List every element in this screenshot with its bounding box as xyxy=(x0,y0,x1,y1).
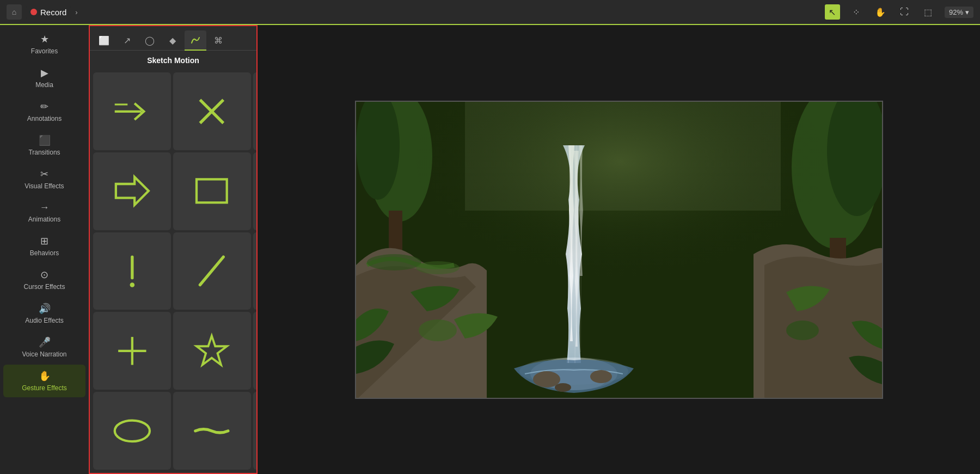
sidebar-label-media: Media xyxy=(35,81,53,89)
grid-item-arrow-curve[interactable] xyxy=(253,232,256,310)
home-button[interactable]: ⌂ xyxy=(7,4,22,20)
grid-item-plus[interactable] xyxy=(93,312,171,390)
grid-item-x-cross[interactable] xyxy=(173,72,251,150)
grid-item-checkmark[interactable] xyxy=(253,392,256,470)
sidebar-item-transitions[interactable]: ⬛ Transitions xyxy=(3,129,85,162)
sidebar-label-gesture-effects: Gesture Effects xyxy=(22,384,66,392)
zoom-chevron-icon: ▾ xyxy=(965,8,969,16)
grid-item-slash[interactable] xyxy=(173,232,251,310)
hand-tool-icon[interactable]: ✋ xyxy=(873,4,888,20)
tab-drop[interactable]: ◆ xyxy=(162,30,183,50)
frame-tool-icon[interactable]: ⬚ xyxy=(921,4,936,20)
record-label: Record xyxy=(40,8,66,17)
grid-item-arrow-bold[interactable] xyxy=(93,152,171,230)
crop-tool-icon[interactable]: ⛶ xyxy=(897,4,912,20)
sidebar-label-transitions: Transitions xyxy=(28,149,60,156)
sidebar-item-annotations[interactable]: ✏ Annotations xyxy=(3,95,85,128)
tab-circle[interactable]: ◯ xyxy=(139,30,161,50)
grid-item-triangle[interactable] xyxy=(253,72,256,150)
media-icon: ▶ xyxy=(41,67,48,79)
sidebar-item-media[interactable]: ▶ Media xyxy=(3,61,85,94)
grid-item-arrow-right[interactable] xyxy=(93,72,171,150)
svg-marker-20 xyxy=(197,336,227,365)
sidebar-label-visual-effects: Visual Effects xyxy=(24,182,64,190)
sidebar: ★ Favorites ▶ Media ✏ Annotations ⬛ Tran… xyxy=(0,25,89,474)
grid-item-rect-outline[interactable] xyxy=(173,152,251,230)
sidebar-item-favorites[interactable]: ★ Favorites xyxy=(3,28,85,60)
grid-item-exclamation[interactable] xyxy=(93,232,171,310)
effects-panel: ⬜ ↗ ◯ ◆ ⌘ Sketch Motion xyxy=(89,25,258,474)
topbar: ⌂ Record › ↖ ⁘ ✋ ⛶ ⬚ 92% ▾ xyxy=(0,0,980,25)
record-button[interactable]: Record xyxy=(26,5,71,19)
svg-marker-8 xyxy=(115,177,148,205)
tab-sketch[interactable] xyxy=(185,30,206,50)
sidebar-label-favorites: Favorites xyxy=(31,47,58,55)
svg-rect-9 xyxy=(197,180,227,203)
panel-grid xyxy=(90,69,256,473)
sidebar-label-audio-effects: Audio Effects xyxy=(25,317,64,324)
zoom-control[interactable]: 92% ▾ xyxy=(945,7,973,18)
sidebar-label-cursor-effects: Cursor Effects xyxy=(24,283,65,291)
voice-narration-icon: 🎤 xyxy=(39,336,51,348)
svg-point-25 xyxy=(114,420,149,441)
sidebar-item-visual-effects[interactable]: ✂ Visual Effects xyxy=(3,163,85,195)
zoom-level: 92% xyxy=(949,8,963,16)
topbar-left: ⌂ Record › xyxy=(7,4,78,20)
grid-item-rect-solid[interactable] xyxy=(253,152,256,230)
cursor-effects-icon: ⊙ xyxy=(40,269,48,281)
svg-point-14 xyxy=(130,282,134,287)
behaviors-icon: ⊞ xyxy=(40,235,48,247)
animations-icon: → xyxy=(40,202,50,213)
sidebar-item-gesture-effects[interactable]: ✋ Gesture Effects xyxy=(3,365,85,397)
topbar-right: ↖ ⁘ ✋ ⛶ ⬚ 92% ▾ xyxy=(825,4,973,20)
panel-title: Sketch Motion xyxy=(90,51,256,69)
sidebar-label-behaviors: Behaviors xyxy=(30,249,59,257)
annotations-icon: ✏ xyxy=(40,101,48,113)
transitions-icon: ⬛ xyxy=(39,134,51,146)
sidebar-label-animations: Animations xyxy=(28,216,60,223)
svg-line-15 xyxy=(200,257,224,285)
visual-effects-icon: ✂ xyxy=(40,168,48,180)
panel-tabs: ⬜ ↗ ◯ ◆ ⌘ xyxy=(90,26,256,51)
grid-item-circle-outline[interactable] xyxy=(253,312,256,390)
canvas-image xyxy=(356,102,883,399)
main-layout: ★ Favorites ▶ Media ✏ Annotations ⬛ Tran… xyxy=(0,25,980,474)
cursor-tool-icon[interactable]: ↖ xyxy=(825,4,840,20)
audio-effects-icon: 🔊 xyxy=(39,303,51,315)
sidebar-label-annotations: Annotations xyxy=(27,115,62,122)
breadcrumb-chevron: › xyxy=(75,8,77,16)
sidebar-item-animations[interactable]: → Animations xyxy=(3,196,85,229)
sidebar-label-voice-narration: Voice Narration xyxy=(22,350,66,358)
record-dot xyxy=(30,9,37,15)
sidebar-item-audio-effects[interactable]: 🔊 Audio Effects xyxy=(3,297,85,330)
sidebar-item-voice-narration[interactable]: 🎤 Voice Narration xyxy=(3,331,85,364)
grid-item-star[interactable] xyxy=(173,312,251,390)
canvas-frame xyxy=(355,101,883,399)
grid-item-dash-wide[interactable] xyxy=(173,392,251,470)
sidebar-item-cursor-effects[interactable]: ⊙ Cursor Effects xyxy=(3,263,85,296)
svg-rect-46 xyxy=(356,102,883,399)
favorites-icon: ★ xyxy=(40,33,49,45)
grid-item-oval-h[interactable] xyxy=(93,392,171,470)
gesture-effects-icon: ✋ xyxy=(39,370,51,382)
canvas-area xyxy=(258,25,980,474)
node-tool-icon[interactable]: ⁘ xyxy=(849,4,864,20)
tab-arrow[interactable]: ↗ xyxy=(116,30,138,50)
tab-shapes[interactable]: ⬜ xyxy=(93,30,115,50)
sidebar-item-behaviors[interactable]: ⊞ Behaviors xyxy=(3,230,85,262)
tab-command[interactable]: ⌘ xyxy=(207,30,229,50)
